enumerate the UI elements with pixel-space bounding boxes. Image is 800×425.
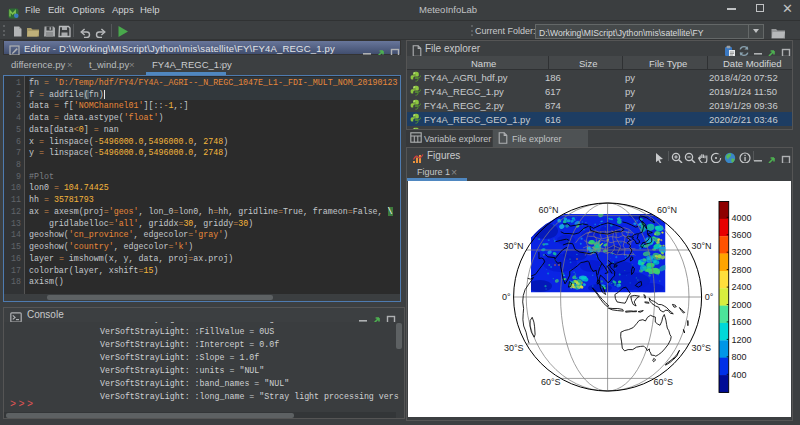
svg-text:0°: 0° <box>502 292 511 302</box>
svg-text:30°S: 30°S <box>692 343 712 353</box>
svg-text:3600: 3600 <box>732 230 752 240</box>
svg-text:60°S: 60°S <box>654 377 674 387</box>
svg-text:30°N: 30°N <box>503 241 523 251</box>
svg-text:1200: 1200 <box>732 335 752 345</box>
svg-text:60°N: 60°N <box>538 205 558 215</box>
svg-text:2000: 2000 <box>732 300 752 310</box>
svg-text:30°N: 30°N <box>692 241 712 251</box>
svg-text:4000: 4000 <box>732 213 752 223</box>
svg-text:2400: 2400 <box>732 282 752 292</box>
svg-text:2800: 2800 <box>732 265 752 275</box>
svg-text:0°: 0° <box>705 292 714 302</box>
svg-text:400: 400 <box>732 370 747 380</box>
svg-text:3200: 3200 <box>732 247 752 257</box>
svg-text:60°N: 60°N <box>657 205 677 215</box>
svg-text:60°S: 60°S <box>541 377 561 387</box>
svg-text:1600: 1600 <box>732 317 752 327</box>
svg-text:30°S: 30°S <box>504 343 524 353</box>
svg-text:800: 800 <box>732 352 747 362</box>
